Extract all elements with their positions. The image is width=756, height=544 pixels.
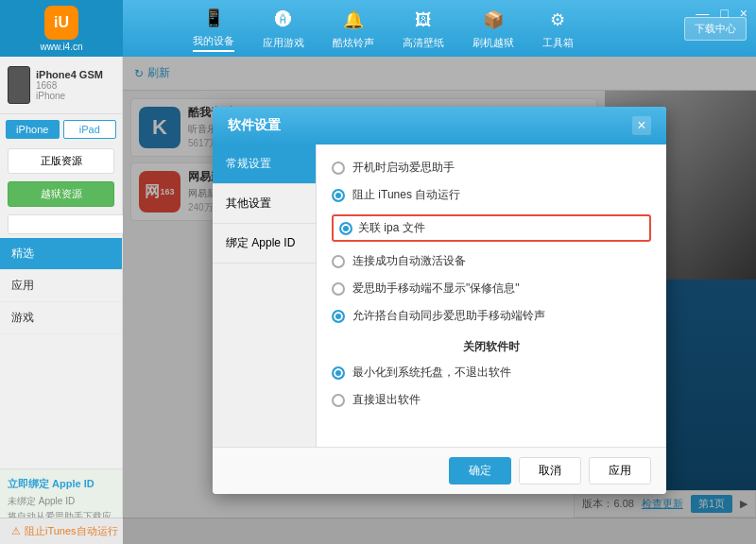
ringtones-icon: 🔔 <box>340 7 367 33</box>
content-area: ↻ 刷新 K 酷我音乐 听音乐，找酷狗。 5617万次 7.9.7 80.64M… <box>123 57 756 544</box>
dialog-overlay: 软件设置 × 常规设置 其他设置 绑定 Apple ID 开机时启动爱思助手 <box>123 57 756 544</box>
option-text-4: 爱思助手移动端不显示"保修信息" <box>352 280 520 297</box>
apply-button[interactable]: 应用 <box>589 457 651 484</box>
nav-apps[interactable]: 🅐 应用游戏 <box>263 7 304 50</box>
sidebar-nav-apps[interactable]: 应用 <box>0 270 122 302</box>
dialog-header: 软件设置 × <box>213 107 666 144</box>
main-area: iPhone4 GSM 1668 iPhone iPhone iPad 正版资源… <box>0 57 756 544</box>
option-text-3: 连接成功自动激活设备 <box>352 253 466 269</box>
cancel-button[interactable]: 取消 <box>519 457 581 484</box>
warning-icon: ⚠ <box>11 525 21 537</box>
dialog-close-button[interactable]: × <box>632 116 651 135</box>
minimize-button[interactable]: — <box>692 5 713 22</box>
app-logo: iU <box>44 6 78 40</box>
jailbreak-resources-button[interactable]: 越狱资源 <box>8 181 114 207</box>
close-option-row-0: 最小化到系统托盘，不退出软件 <box>332 365 651 381</box>
dialog-footer: 确定 取消 应用 <box>213 447 666 494</box>
settings-dialog: 软件设置 × 常规设置 其他设置 绑定 Apple ID 开机时启动爱思助手 <box>213 107 666 494</box>
close-radio-1[interactable] <box>332 394 345 407</box>
nav-ringtones-label: 酷炫铃声 <box>333 36 374 50</box>
sidebar-nav-games[interactable]: 游戏 <box>0 302 122 334</box>
nav-tools-label: 工具箱 <box>542 36 574 50</box>
radio-3[interactable] <box>332 255 345 268</box>
option-row-3: 连接成功自动激活设备 <box>332 253 651 269</box>
apple-id-title[interactable]: 立即绑定 Apple ID <box>8 477 114 491</box>
option-text-2: 关联 ipa 文件 <box>358 220 425 236</box>
radio-1[interactable] <box>332 189 345 202</box>
itunes-warning-text: 阻止iTunes自动运行 <box>25 524 118 538</box>
option-text-1: 阻止 iTunes 自动运行 <box>352 187 460 203</box>
option-text-5: 允许搭台自动同步爱思助手移动端铃声 <box>352 308 545 324</box>
logo-text: www.i4.cn <box>40 42 82 52</box>
apps-icon: 🅐 <box>270 7 297 33</box>
radio-0[interactable] <box>332 162 345 175</box>
sidebar: iPhone4 GSM 1668 iPhone iPhone iPad 正版资源… <box>0 57 123 544</box>
close-radio-0[interactable] <box>332 366 345 380</box>
device-id: 1668 <box>36 80 103 91</box>
header: iU www.i4.cn 📱 我的设备 🅐 应用游戏 🔔 酷炫铃声 🖼 高清壁纸… <box>0 0 756 57</box>
option-row-2: 关联 ipa 文件 <box>332 214 651 242</box>
radio-2[interactable] <box>339 222 352 235</box>
dialog-sidebar: 常规设置 其他设置 绑定 Apple ID <box>213 144 317 447</box>
official-resources-button[interactable]: 正版资源 <box>8 148 114 174</box>
radio-4[interactable] <box>332 282 345 296</box>
nav-wallpaper-label: 高清壁纸 <box>403 36 444 50</box>
dialog-body: 常规设置 其他设置 绑定 Apple ID 开机时启动爱思助手 <box>213 144 666 447</box>
confirm-button[interactable]: 确定 <box>449 457 511 484</box>
my-device-icon: 📱 <box>200 5 227 31</box>
sidebar-nav-featured[interactable]: 精选 <box>0 238 122 270</box>
wallpaper-icon: 🖼 <box>410 7 437 33</box>
dialog-content: 开机时启动爱思助手 阻止 iTunes 自动运行 关联 ipa 文件 <box>317 144 666 447</box>
nav-bar: 📱 我的设备 🅐 应用游戏 🔔 酷炫铃声 🖼 高清壁纸 📦 刷机越狱 ⚙ 工具箱 <box>123 5 643 52</box>
nav-apps-label: 应用游戏 <box>263 36 304 50</box>
apple-id-desc: 未绑定 Apple ID <box>8 495 114 508</box>
jailbreak-icon: 📦 <box>480 7 507 33</box>
maximize-button[interactable]: □ <box>716 5 731 22</box>
device-icon <box>8 66 30 104</box>
option-row-4: 爱思助手移动端不显示"保修信息" <box>332 280 651 297</box>
nav-wallpaper[interactable]: 🖼 高清壁纸 <box>403 7 444 50</box>
close-option-text-1: 直接退出软件 <box>352 392 421 408</box>
option-row-5: 允许搭台自动同步爱思助手移动端铃声 <box>332 308 651 324</box>
nav-jailbreak[interactable]: 📦 刷机越狱 <box>472 7 514 50</box>
search-area: 搜 <box>8 214 114 234</box>
dialog-title: 软件设置 <box>228 117 281 134</box>
window-controls: — □ × <box>692 5 751 22</box>
nav-ringtones[interactable]: 🔔 酷炫铃声 <box>333 7 374 50</box>
device-name: iPhone4 GSM <box>36 69 103 80</box>
option-row-0: 开机时启动爱思助手 <box>332 160 651 176</box>
itunes-warning: ⚠ 阻止iTunes自动运行 <box>11 524 118 538</box>
nav-my-device[interactable]: 📱 我的设备 <box>193 5 234 52</box>
close-option-row-1: 直接退出软件 <box>332 392 651 408</box>
option-row-1: 阻止 iTunes 自动运行 <box>332 187 651 203</box>
dialog-nav-apple-id[interactable]: 绑定 Apple ID <box>213 224 316 264</box>
device-type: iPhone <box>36 91 103 101</box>
nav-tools[interactable]: ⚙ 工具箱 <box>542 7 574 50</box>
logo-area: iU www.i4.cn <box>0 0 123 57</box>
close-window-button[interactable]: × <box>736 5 751 22</box>
dialog-nav-other[interactable]: 其他设置 <box>213 184 316 224</box>
radio-5[interactable] <box>332 310 345 323</box>
option-text-0: 开机时启动爱思助手 <box>352 160 455 176</box>
device-info: iPhone4 GSM 1668 iPhone <box>0 57 122 114</box>
nav-my-device-label: 我的设备 <box>193 34 234 48</box>
tools-icon: ⚙ <box>544 7 571 33</box>
iphone-tab[interactable]: iPhone <box>6 120 60 139</box>
device-text: iPhone4 GSM 1668 iPhone <box>36 69 103 101</box>
sidebar-nav: 精选 应用 游戏 <box>0 238 122 334</box>
close-option-text-0: 最小化到系统托盘，不退出软件 <box>352 365 511 381</box>
dialog-nav-general[interactable]: 常规设置 <box>213 144 316 184</box>
device-tabs: iPhone iPad <box>0 114 122 144</box>
close-section-title: 关闭软件时 <box>332 339 651 355</box>
nav-jailbreak-label: 刷机越狱 <box>472 36 514 50</box>
ipad-tab[interactable]: iPad <box>63 120 117 139</box>
